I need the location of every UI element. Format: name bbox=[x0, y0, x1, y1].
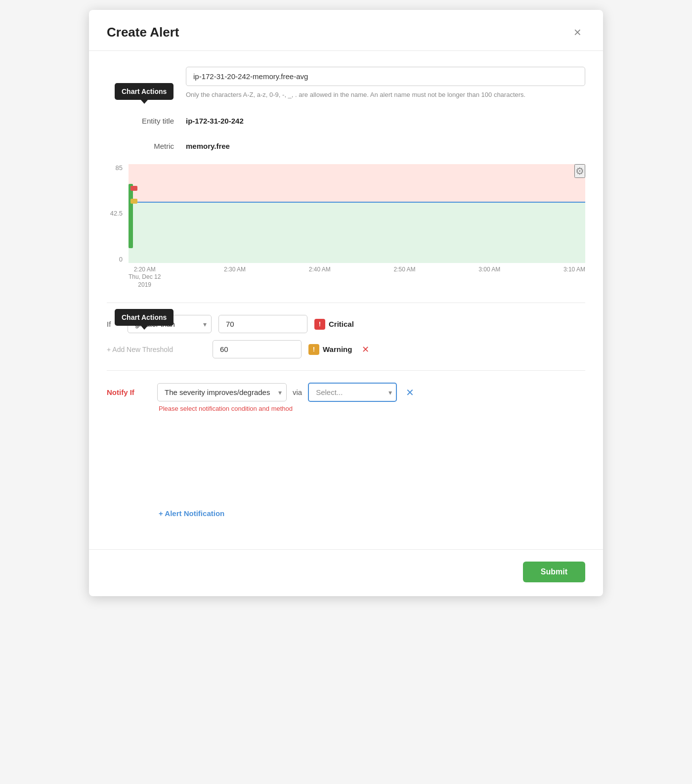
metric-row: Metric memory.free bbox=[107, 137, 585, 150]
chart-x-labels: 2:20 AM Thu, Dec 12 2019 2:30 AM 2:40 AM… bbox=[129, 266, 585, 289]
entity-title-label: Entity title bbox=[107, 112, 186, 125]
x-label-4: 3:00 AM bbox=[478, 266, 500, 289]
add-notification-button[interactable]: + Alert Notification bbox=[159, 509, 224, 518]
y-label-top: 85 bbox=[116, 164, 123, 172]
critical-label: Critical bbox=[329, 320, 354, 328]
chart-marker-warning bbox=[130, 199, 137, 204]
alert-name-row: Only the characters A-Z, a-z, 0-9, -, _,… bbox=[107, 67, 585, 100]
chart-area: 85 42.5 0 ≡ bbox=[107, 164, 585, 263]
notify-error-message: Please select notification condition and… bbox=[159, 405, 585, 412]
chart-data-line bbox=[129, 202, 585, 203]
entity-title-content: ip-172-31-20-242 bbox=[186, 112, 585, 125]
warning-label: Warning bbox=[323, 345, 352, 353]
divider-2 bbox=[107, 370, 585, 371]
divider-1 bbox=[107, 303, 585, 303]
chart-container: 85 42.5 0 ≡ bbox=[107, 164, 585, 289]
notify-method-wrapper: Select... Email VictorOps Slack Custom W… bbox=[308, 383, 397, 402]
chart-bar bbox=[129, 184, 133, 248]
y-label-bot: 0 bbox=[119, 256, 123, 263]
modal-footer: Submit bbox=[89, 549, 603, 596]
submit-button[interactable]: Submit bbox=[523, 562, 585, 582]
metric-value: memory.free bbox=[186, 137, 585, 150]
x-label-1: 2:30 AM bbox=[224, 266, 246, 289]
chart-bg-critical bbox=[129, 164, 585, 202]
warning-badge: ! Warning bbox=[308, 344, 352, 355]
chart-section: ⚙ 85 42.5 0 bbox=[107, 164, 585, 289]
threshold-section: If greater than less than equal to not e… bbox=[107, 315, 585, 358]
y-label-mid: 42.5 bbox=[110, 210, 123, 217]
critical-threshold-row: If greater than less than equal to not e… bbox=[107, 315, 585, 333]
modal-body: Only the characters A-Z, a-z, 0-9, -, _,… bbox=[89, 51, 603, 545]
gear-icon: ⚙ bbox=[575, 166, 584, 176]
notify-remove-button[interactable]: ✕ bbox=[403, 386, 417, 399]
alert-name-hint: Only the characters A-Z, a-z, 0-9, -, _,… bbox=[186, 90, 585, 100]
alert-name-content: Only the characters A-Z, a-z, 0-9, -, _,… bbox=[186, 67, 585, 100]
warning-threshold-row: + Add New Threshold ! Warning ✕ bbox=[107, 340, 585, 358]
modal-header: Create Alert × bbox=[89, 10, 603, 51]
notify-row: Notify If The severity improves/degrades… bbox=[107, 383, 585, 402]
chart-actions-tooltip-2: Chart Actions bbox=[115, 309, 173, 326]
modal-title: Create Alert bbox=[107, 25, 179, 40]
chart-y-labels: 85 42.5 0 bbox=[107, 164, 126, 263]
via-label: via bbox=[293, 388, 302, 396]
warning-icon: ! bbox=[308, 344, 319, 355]
critical-value-input[interactable] bbox=[218, 315, 307, 333]
x-label-3: 2:50 AM bbox=[394, 266, 416, 289]
notify-method-select[interactable]: Select... Email VictorOps Slack Custom W… bbox=[308, 383, 397, 402]
warning-value-input[interactable] bbox=[213, 340, 302, 358]
notify-condition-wrapper: The severity improves/degrades bbox=[157, 383, 287, 401]
add-threshold-label: + Add New Threshold bbox=[107, 346, 206, 353]
create-alert-modal: Chart Actions Create Alert × Only the ch… bbox=[89, 10, 603, 596]
chart-bg-normal bbox=[129, 202, 585, 263]
notify-section: Notify If The severity improves/degrades… bbox=[107, 383, 585, 518]
critical-badge: ! Critical bbox=[314, 319, 354, 330]
entity-title-value: ip-172-31-20-242 bbox=[186, 112, 585, 125]
chart-marker-critical bbox=[130, 186, 137, 191]
notify-condition-select[interactable]: The severity improves/degrades bbox=[157, 383, 287, 401]
critical-icon: ! bbox=[314, 319, 325, 330]
alert-name-input[interactable] bbox=[186, 67, 585, 86]
chart-plot: ≡ bbox=[129, 164, 585, 263]
notify-if-label: Notify If bbox=[107, 388, 151, 396]
chart-actions-tooltip-1: Chart Actions bbox=[115, 83, 173, 100]
x-label-2: 2:40 AM bbox=[309, 266, 331, 289]
entity-title-row: Entity title ip-172-31-20-242 bbox=[107, 112, 585, 125]
metric-content: memory.free bbox=[186, 137, 585, 150]
close-button[interactable]: × bbox=[570, 24, 585, 41]
chart-gear-button[interactable]: ⚙ bbox=[574, 164, 585, 178]
x-label-5: 3:10 AM bbox=[563, 266, 585, 289]
metric-label: Metric bbox=[107, 137, 186, 150]
x-label-0: 2:20 AM Thu, Dec 12 2019 bbox=[129, 266, 161, 289]
alert-name-label bbox=[107, 67, 186, 72]
warning-remove-button[interactable]: ✕ bbox=[359, 343, 372, 356]
